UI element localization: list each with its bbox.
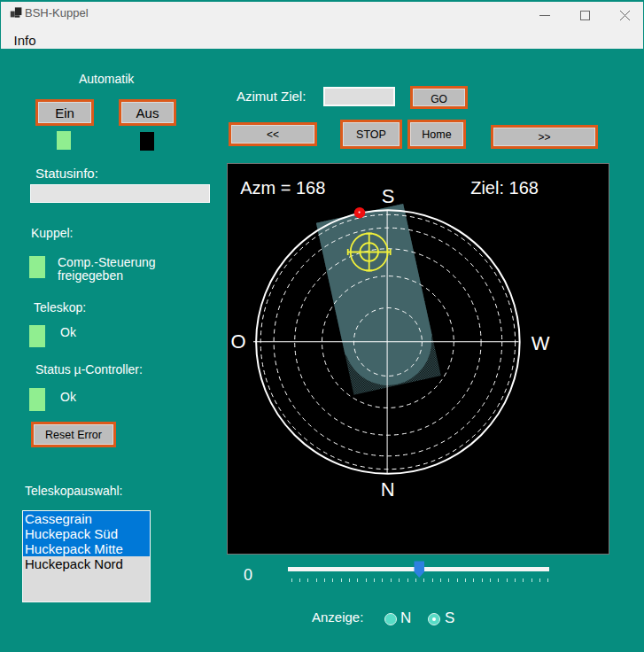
svg-text:Azm = 168: Azm = 168 <box>240 178 325 198</box>
svg-text:W: W <box>531 332 550 354</box>
svg-text:S: S <box>382 185 395 207</box>
svg-text:Ziel: 168: Ziel: 168 <box>470 178 539 198</box>
svg-text:O: O <box>231 330 246 353</box>
svg-text:N: N <box>381 478 395 501</box>
